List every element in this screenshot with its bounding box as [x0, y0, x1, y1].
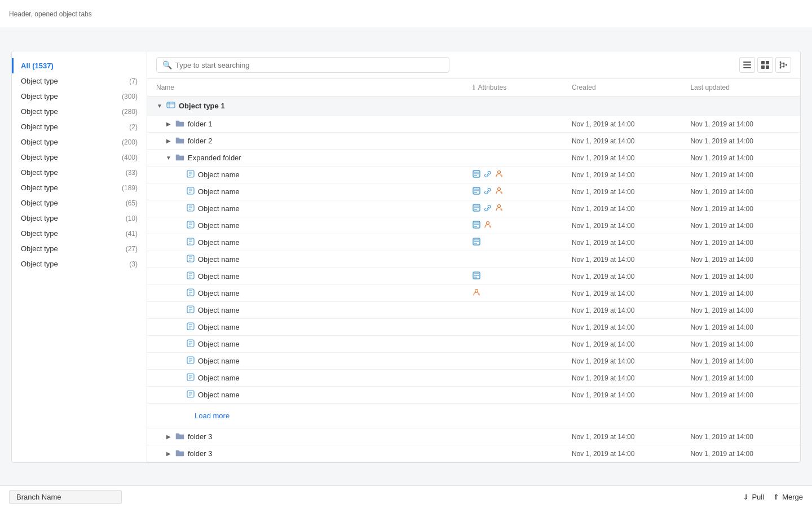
toolbar: 🔍	[147, 51, 800, 79]
load-more-link[interactable]: Load more	[156, 407, 791, 424]
expand-chevron[interactable]: ▼	[165, 155, 172, 161]
updated-cell: Nov 1, 2019 at 14:00	[681, 445, 800, 462]
search-input[interactable]	[175, 61, 443, 69]
content-area: 🔍	[147, 51, 800, 462]
name-cell: Object name	[147, 302, 464, 319]
attr-cell	[464, 387, 562, 404]
sidebar-item-10[interactable]: Object type(41)	[12, 226, 147, 241]
row-name: Object name	[198, 238, 240, 247]
object-icon	[187, 170, 195, 179]
updated-cell: Nov 1, 2019 at 14:00	[681, 370, 800, 387]
folder-icon	[175, 119, 184, 129]
pull-button[interactable]: ⇓ Pull	[743, 493, 764, 501]
objects-table: Name ℹ Attributes Created	[147, 79, 800, 462]
user-attr-icon	[495, 170, 503, 179]
sidebar-item-count: (280)	[122, 108, 138, 116]
sidebar-item-label: Object type	[21, 183, 58, 192]
group-header-row: ▼ Object type 1	[147, 97, 800, 116]
search-box: 🔍	[156, 57, 449, 73]
table-row[interactable]: Object name Nov 1, 2019 at 14:00 Nov 1, …	[147, 234, 800, 251]
table-row[interactable]: Object name Nov 1, 2019 at 14:00 Nov	[147, 217, 800, 234]
sidebar-item-8[interactable]: Object type(65)	[12, 195, 147, 211]
table-row[interactable]: Object name Nov 1, 2019 at 14:00 Nov 1, …	[147, 319, 800, 336]
table-row[interactable]: ▼ Expanded folder Nov 1, 2019 at 14:00 N…	[147, 150, 800, 167]
row-name: Object name	[198, 272, 240, 281]
merge-button[interactable]: ⇑ Merge	[773, 493, 803, 501]
attr-cell	[464, 217, 562, 234]
group-chevron[interactable]: ▼	[156, 103, 163, 109]
doc-attr-icon	[473, 221, 480, 230]
link-attr-icon	[484, 170, 492, 179]
attr-cell	[464, 285, 562, 302]
name-cell: ▶ folder 1	[147, 116, 464, 133]
table-row[interactable]: Object name Nov 1, 2019 at 14:00 Nov 1, …	[147, 336, 800, 353]
attr-cell	[464, 200, 562, 217]
sidebar-item-count: (2)	[129, 123, 138, 131]
name-cell: ▶ folder 2	[147, 133, 464, 150]
table-row[interactable]: ▶ folder 1 Nov 1, 2019 at 14:00 Nov 1, 2…	[147, 116, 800, 133]
main-area: All (1537) Object type(7)Object type(300…	[11, 51, 801, 463]
updated-cell: Nov 1, 2019 at 14:00	[681, 387, 800, 404]
sidebar-item-1[interactable]: Object type(300)	[12, 89, 147, 104]
table-row[interactable]: Object name Nov 1, 2019 at 14:00 Nov 1, …	[147, 387, 800, 404]
sidebar-item-count: (3)	[129, 260, 138, 268]
created-cell: Nov 1, 2019 at 14:00	[563, 183, 682, 200]
table-row[interactable]: Object name Nov 1, 2019 at 14:00 Nov 1, …	[147, 285, 800, 302]
object-icon	[187, 221, 195, 230]
sidebar-item-label: Object type	[21, 92, 58, 100]
table-row[interactable]: Object name	[147, 200, 800, 217]
sidebar-item-0[interactable]: Object type(7)	[12, 73, 147, 89]
expand-chevron[interactable]: ▶	[165, 433, 172, 440]
created-cell: Nov 1, 2019 at 14:00	[563, 302, 682, 319]
sidebar-all-item[interactable]: All (1537)	[12, 58, 147, 73]
created-cell: Nov 1, 2019 at 14:00	[563, 234, 682, 251]
table-row[interactable]: Object name Nov 1, 2019 at 14:00 Nov 1, …	[147, 370, 800, 387]
table-row[interactable]: Object name Nov 1, 2019 at 14:00 Nov 1, …	[147, 302, 800, 319]
sidebar-item-6[interactable]: Object type(33)	[12, 165, 147, 180]
name-cell: Object name	[147, 251, 464, 268]
expand-chevron[interactable]: ▶	[165, 121, 172, 127]
name-cell: Object name	[147, 353, 464, 370]
sidebar-item-label: Object type	[21, 260, 58, 268]
table-row[interactable]: Object name	[147, 167, 800, 183]
expand-chevron[interactable]: ▶	[165, 450, 172, 457]
created-cell: Nov 1, 2019 at 14:00	[563, 116, 682, 133]
branch-name: Branch Name	[9, 490, 122, 504]
sidebar-item-label: Object type	[21, 199, 58, 207]
sidebar-item-7[interactable]: Object type(189)	[12, 180, 147, 195]
tree-view-button[interactable]	[775, 57, 791, 73]
svg-rect-3	[761, 61, 765, 64]
table-container: Name ℹ Attributes Created	[147, 79, 800, 462]
created-cell: Nov 1, 2019 at 14:00	[563, 387, 682, 404]
sidebar-item-5[interactable]: Object type(400)	[12, 150, 147, 165]
svg-rect-5	[761, 65, 765, 69]
table-row[interactable]: Object name Nov 1, 2019 at 14:00 Nov 1, …	[147, 353, 800, 370]
table-row[interactable]: ▶ folder 3 Nov 1, 2019 at 14:00 Nov 1, 2…	[147, 428, 800, 445]
sidebar-item-count: (41)	[126, 230, 138, 238]
sidebar-item-3[interactable]: Object type(2)	[12, 119, 147, 134]
name-cell: Object name	[147, 285, 464, 302]
list-view-button[interactable]	[739, 57, 755, 73]
expand-chevron[interactable]: ▶	[165, 138, 172, 144]
table-row[interactable]: Object name Nov 1, 2019 at 14:00 Nov 1, …	[147, 268, 800, 285]
sidebar-item-4[interactable]: Object type(200)	[12, 134, 147, 150]
updated-cell: Nov 1, 2019 at 14:00	[681, 268, 800, 285]
svg-rect-6	[766, 65, 769, 69]
sidebar-item-9[interactable]: Object type(10)	[12, 211, 147, 226]
col-attributes: ℹ Attributes	[464, 79, 562, 97]
table-row[interactable]: Object name Nov 1, 2019 at 14:00 Nov 1, …	[147, 251, 800, 268]
attr-cell	[464, 167, 562, 183]
header: Header, opened object tabs	[0, 0, 812, 28]
sidebar-item-11[interactable]: Object type(27)	[12, 241, 147, 256]
updated-cell: Nov 1, 2019 at 14:00	[681, 234, 800, 251]
table-row[interactable]: ▶ folder 3 Nov 1, 2019 at 14:00 Nov 1, 2…	[147, 445, 800, 462]
doc-attr-icon	[473, 170, 480, 179]
table-row[interactable]: Object name	[147, 183, 800, 200]
pull-icon: ⇓	[743, 493, 749, 501]
grid-view-button[interactable]	[757, 57, 773, 73]
sidebar-item-2[interactable]: Object type(280)	[12, 104, 147, 119]
attr-cell	[464, 251, 562, 268]
table-row[interactable]: ▶ folder 2 Nov 1, 2019 at 14:00 Nov 1, 2…	[147, 133, 800, 150]
sidebar-item-12[interactable]: Object type(3)	[12, 256, 147, 271]
svg-rect-0	[743, 62, 751, 63]
